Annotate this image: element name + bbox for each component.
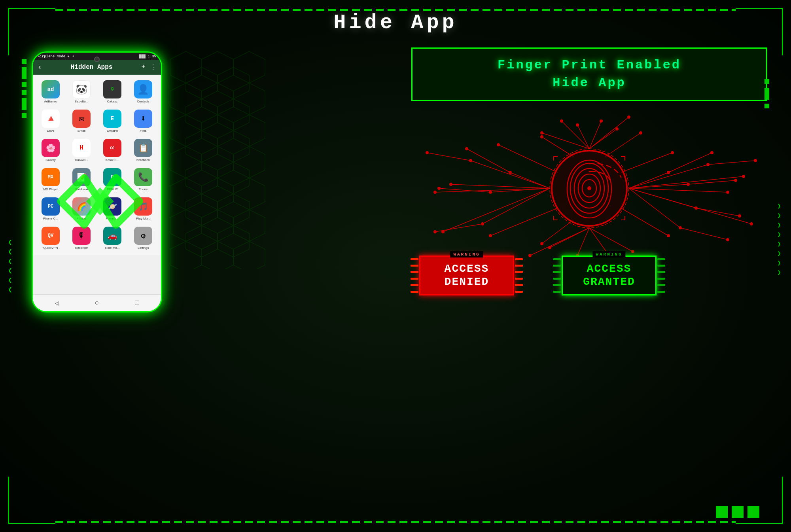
app-icon-files: ⬇ <box>134 110 152 128</box>
svg-point-47 <box>560 119 563 123</box>
svg-point-44 <box>576 123 579 127</box>
svg-point-74 <box>433 191 437 194</box>
list-item[interactable]: E ExtraPe <box>98 107 127 135</box>
access-denied-text: ACCESSDENIED <box>432 262 501 289</box>
svg-line-15 <box>629 188 751 224</box>
app-label: Cakezz <box>107 100 118 103</box>
svg-line-24 <box>451 184 550 188</box>
dot-1 <box>716 506 728 518</box>
fingerprint-label: Finger Print Enabled Hide App <box>428 57 750 92</box>
back-nav-icon[interactable]: ◁ <box>55 299 59 307</box>
fingerprint-network-svg <box>411 113 767 263</box>
app-label: Email <box>78 129 85 133</box>
more-icon[interactable]: ⋮ <box>150 63 156 71</box>
svg-point-54 <box>694 206 698 210</box>
svg-point-46 <box>615 127 619 131</box>
svg-line-38 <box>696 208 740 216</box>
list-item[interactable]: © Cakezz <box>98 78 127 106</box>
tech-right-top <box>765 79 769 108</box>
list-item[interactable]: ad AdBanao <box>36 78 65 106</box>
svg-point-59 <box>734 179 737 182</box>
right-arrow-decorations: ❯ ❯ ❯ ❯ ❯ ❯ ❯ ❯ <box>777 202 781 276</box>
app-label: Files <box>140 129 147 133</box>
app-icon-drive: 🔺 <box>42 110 60 128</box>
svg-point-62 <box>726 238 729 241</box>
warning-denied-label: WARNING <box>450 251 483 257</box>
back-icon[interactable]: ‹ <box>38 63 42 71</box>
svg-line-32 <box>542 220 573 244</box>
corner-bl-decoration <box>8 477 55 524</box>
granted-stripe-right <box>657 257 665 294</box>
svg-line-36 <box>688 180 736 184</box>
app-label: BabyBu... <box>75 100 89 103</box>
phone-nav-bar: ◁ ○ □ <box>33 294 161 311</box>
svg-line-14 <box>629 176 744 188</box>
svg-line-39 <box>680 228 728 240</box>
dot-3 <box>747 506 759 518</box>
list-item[interactable]: 🐼 BabyBu... <box>67 78 96 106</box>
phone-frame: Airplane mode ✈ ➜ ▓▓▓ 1:39 ‹ Hidden Apps… <box>32 51 162 312</box>
status-right: ▓▓▓ 1:39 <box>139 55 156 59</box>
app-label: Contacts <box>137 100 149 103</box>
svg-line-25 <box>483 188 550 224</box>
svg-point-61 <box>738 214 741 218</box>
svg-point-66 <box>631 250 634 253</box>
svg-point-57 <box>750 222 753 225</box>
svg-point-50 <box>667 171 670 174</box>
svg-point-67 <box>528 254 532 257</box>
svg-point-83 <box>540 242 543 245</box>
svg-line-16 <box>577 228 589 256</box>
list-item[interactable]: ⬇ Files <box>129 107 158 135</box>
svg-line-20 <box>530 228 589 256</box>
svg-line-6 <box>542 133 589 149</box>
app-label: ExtraPe <box>107 129 118 133</box>
access-denied-badge: WARNING ACCESSDENIED <box>419 256 514 295</box>
phone-header-icons: + ⋮ <box>141 63 156 71</box>
denied-stripe-right <box>515 257 523 294</box>
svg-point-68 <box>509 171 512 174</box>
app-icon-cakez: © <box>103 80 121 98</box>
phone-content: Airplane mode ✈ ➜ ▓▓▓ 1:39 ‹ Hidden Apps… <box>33 53 161 311</box>
svg-line-27 <box>435 188 550 192</box>
bottom-border-strip <box>55 521 736 523</box>
bracket-bl <box>411 89 423 101</box>
svg-line-26 <box>443 188 550 232</box>
svg-point-82 <box>667 234 670 237</box>
svg-line-42 <box>427 153 471 161</box>
svg-line-5 <box>562 121 589 149</box>
svg-point-93 <box>587 186 591 190</box>
list-item[interactable]: 👤 Contacts <box>129 78 158 106</box>
add-icon[interactable]: + <box>141 63 145 71</box>
svg-point-52 <box>706 163 710 166</box>
svg-line-10 <box>629 165 708 188</box>
list-item[interactable]: ✉ Email <box>67 107 96 135</box>
hex-pattern <box>166 47 277 269</box>
svg-line-30 <box>621 153 672 172</box>
list-item[interactable]: 🔺 Drive <box>36 107 65 135</box>
svg-point-53 <box>726 191 729 194</box>
svg-point-58 <box>710 151 713 154</box>
phone-mockup: Airplane mode ✈ ➜ ▓▓▓ 1:39 ‹ Hidden Apps… <box>32 51 162 312</box>
svg-point-80 <box>639 131 642 134</box>
home-nav-icon[interactable]: ○ <box>95 299 99 307</box>
svg-point-70 <box>469 159 472 162</box>
recent-nav-icon[interactable]: □ <box>135 299 139 307</box>
svg-point-60 <box>754 159 757 162</box>
access-granted-text: ACCESSGRANTED <box>575 262 643 289</box>
svg-point-48 <box>540 131 543 134</box>
svg-point-76 <box>437 187 441 190</box>
svg-line-40 <box>467 149 510 172</box>
svg-point-72 <box>481 222 484 225</box>
access-granted-badge: WARNING ACCESSGRANTED <box>562 256 657 295</box>
svg-point-81 <box>671 151 674 154</box>
svg-point-49 <box>627 115 630 119</box>
fingerprint-label-box: Finger Print Enabled Hide App <box>411 47 767 101</box>
svg-line-13 <box>629 188 680 228</box>
corner-tl-decoration <box>8 8 55 55</box>
svg-line-19 <box>589 228 633 252</box>
app-label: Drive <box>47 129 55 133</box>
phone-header-title: Hidden Apps <box>71 64 113 71</box>
granted-stripe-left <box>553 257 561 294</box>
app-icon-email: ✉ <box>72 110 91 128</box>
status-left: Airplane mode ✈ ➜ <box>38 54 74 59</box>
